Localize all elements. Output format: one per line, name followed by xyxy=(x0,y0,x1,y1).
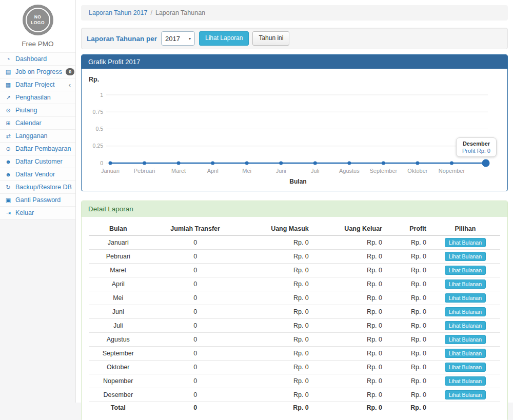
profit-chart-panel: Grafik Profit 2017 10.750.50.250Rp.Janua… xyxy=(81,54,508,191)
lihat-bulanan-button[interactable]: Lihat Bulanan xyxy=(445,307,486,316)
svg-text:Oktober: Oktober xyxy=(407,168,427,174)
cell-uang-keluar: Rp. 0 xyxy=(313,347,386,361)
sidebar-menu: ◔Dashboard▤Job on Progress0▦Daftar Proje… xyxy=(0,52,75,219)
sidebar-item-job-on-progress[interactable]: ▤Job on Progress0 xyxy=(0,65,75,78)
table-header-row: BulanJumlah TransferUang MasukUang Kelua… xyxy=(89,222,500,236)
cell-jumlah-transfer: 0 xyxy=(148,264,243,277)
column-header: Uang Keluar xyxy=(313,222,386,236)
svg-text:0.5: 0.5 xyxy=(95,126,103,132)
cell-uang-keluar: Rp. 0 xyxy=(313,277,386,291)
table-row: Oktober0Rp. 0Rp. 0Rp. 0Lihat Bulanan xyxy=(89,361,500,374)
sidebar-item-ganti-password[interactable]: ▣Ganti Password xyxy=(0,193,75,206)
cell-jumlah-transfer: 0 xyxy=(148,347,243,361)
sidebar-item-piutang[interactable]: ⊙Piutang xyxy=(0,104,75,116)
cell-profit: Rp. 0 xyxy=(386,319,430,333)
svg-text:Pebruari: Pebruari xyxy=(134,168,155,174)
count-badge: 0 xyxy=(66,68,74,75)
year-select[interactable]: 2017 ▾ xyxy=(161,31,195,46)
column-header: Jumlah Transfer xyxy=(148,222,243,236)
cell-uang-masuk: Rp. 0 xyxy=(243,264,313,277)
total-jumlah-transfer: 0 xyxy=(148,402,243,414)
cell-uang-masuk: Rp. 0 xyxy=(243,250,313,264)
sidebar-item-label: Calendar xyxy=(15,119,42,127)
sidebar-item-daftar-customer[interactable]: ☻Daftar Customer xyxy=(0,155,75,168)
lihat-bulanan-button[interactable]: Lihat Bulanan xyxy=(445,321,486,330)
table-row: Maret0Rp. 0Rp. 0Rp. 0Lihat Bulanan xyxy=(89,264,500,277)
table-row: Juni0Rp. 0Rp. 0Rp. 0Lihat Bulanan xyxy=(89,305,500,319)
svg-text:Bulan: Bulan xyxy=(289,178,306,185)
tooltip-month: Desember xyxy=(462,141,490,147)
lihat-bulanan-button[interactable]: Lihat Bulanan xyxy=(445,390,486,399)
sidebar-item-daftar-pembayaran[interactable]: ⊙Daftar Pembayaran xyxy=(0,142,75,155)
table-row: April0Rp. 0Rp. 0Rp. 0Lihat Bulanan xyxy=(89,277,500,291)
lihat-bulanan-button[interactable]: Lihat Bulanan xyxy=(445,238,486,247)
tahun-ini-button[interactable]: Tahun ini xyxy=(252,31,289,46)
sidebar-item-label: Langganan xyxy=(15,132,48,139)
breadcrumb-link-laporan-tahun[interactable]: Laporan Tahun 2017 xyxy=(89,9,147,16)
lihat-bulanan-button[interactable]: Lihat Bulanan xyxy=(445,293,486,303)
cell-jumlah-transfer: 0 xyxy=(148,277,243,291)
sidebar-item-label: Penghasilan xyxy=(15,94,51,101)
svg-text:0: 0 xyxy=(100,160,103,166)
detail-laporan-panel: Detail Laporan BulanJumlah TransferUang … xyxy=(81,201,508,420)
cell-bulan: Mei xyxy=(89,291,148,305)
lihat-bulanan-button[interactable]: Lihat Bulanan xyxy=(445,279,486,289)
cell-uang-masuk: Rp. 0 xyxy=(243,361,313,374)
cell-uang-keluar: Rp. 0 xyxy=(313,236,386,250)
sidebar-item-keluar[interactable]: ⇥Keluar xyxy=(0,206,75,219)
cell-profit: Rp. 0 xyxy=(386,264,430,277)
cell-bulan: Juni xyxy=(89,305,148,319)
cell-uang-keluar: Rp. 0 xyxy=(313,333,386,347)
svg-text:Mei: Mei xyxy=(242,168,251,174)
lihat-bulanan-button[interactable]: Lihat Bulanan xyxy=(445,363,486,372)
total-label: Total xyxy=(89,402,148,414)
lihat-bulanan-button[interactable]: Lihat Bulanan xyxy=(445,266,486,275)
table-icon: ▦ xyxy=(5,82,12,88)
cell-bulan: Desember xyxy=(89,388,148,402)
lihat-bulanan-button[interactable]: Lihat Bulanan xyxy=(445,376,486,386)
brand-name: Free PMO xyxy=(0,36,75,52)
refresh-icon: ↻ xyxy=(5,184,12,191)
svg-text:0.75: 0.75 xyxy=(93,109,104,115)
lihat-bulanan-button[interactable]: Lihat Bulanan xyxy=(445,335,486,344)
svg-text:Rp.: Rp. xyxy=(89,76,99,83)
svg-text:April: April xyxy=(207,168,219,174)
cell-uang-masuk: Rp. 0 xyxy=(243,333,313,347)
lihat-bulanan-button[interactable]: Lihat Bulanan xyxy=(445,349,486,358)
report-filter-bar: Laporan Tahunan per 2017 ▾ Lihat Laporan… xyxy=(81,28,508,49)
cell-profit: Rp. 0 xyxy=(386,388,430,402)
sidebar-item-langganan[interactable]: ⇄Langganan xyxy=(0,129,75,142)
money-icon: ⊙ xyxy=(5,146,12,152)
table-row: Agustus0Rp. 0Rp. 0Rp. 0Lihat Bulanan xyxy=(89,333,500,347)
tooltip-value: Profit Rp: 0 xyxy=(462,148,490,154)
cell-uang-keluar: Rp. 0 xyxy=(313,388,386,402)
breadcrumb: Laporan Tahun 2017/Laporan Tahunan xyxy=(81,5,508,21)
sidebar-item-label: Daftar Pembayaran xyxy=(15,145,71,152)
sidebar-item-label: Job on Progress xyxy=(15,68,62,75)
sidebar-item-label: Daftar Customer xyxy=(15,158,63,165)
sidebar-item-calendar[interactable]: ⊞Calendar xyxy=(0,116,75,129)
sign-out-icon: ⇥ xyxy=(5,210,12,216)
cell-profit: Rp. 0 xyxy=(386,305,430,319)
sidebar-item-daftar-vendor[interactable]: ☻Daftar Vendor xyxy=(0,168,75,181)
sidebar-item-penghasilan[interactable]: ↗Penghasilan xyxy=(0,91,75,104)
chevron-left-icon: ‹ xyxy=(69,82,71,88)
column-header: Uang Masuk xyxy=(243,222,313,236)
detail-laporan-table: BulanJumlah TransferUang MasukUang Kelua… xyxy=(89,222,500,413)
profit-line-chart: 10.750.50.250Rp.JanuariPebruariMaretApri… xyxy=(88,73,501,186)
sidebar-item-daftar-project[interactable]: ▦Daftar Project‹ xyxy=(0,78,75,91)
cell-jumlah-transfer: 0 xyxy=(148,319,243,333)
sidebar-item-dashboard[interactable]: ◔Dashboard xyxy=(0,52,75,65)
cell-uang-keluar: Rp. 0 xyxy=(313,374,386,388)
column-header: Bulan xyxy=(89,222,148,236)
sidebar-item-backup-restore-db[interactable]: ↻Backup/Restore DB xyxy=(0,181,75,193)
lihat-laporan-button[interactable]: Lihat Laporan xyxy=(199,31,249,46)
cell-profit: Rp. 0 xyxy=(386,374,430,388)
cell-profit: Rp. 0 xyxy=(386,333,430,347)
cell-uang-masuk: Rp. 0 xyxy=(243,305,313,319)
exchange-icon: ⇄ xyxy=(5,133,12,139)
lihat-bulanan-button[interactable]: Lihat Bulanan xyxy=(445,252,486,261)
cell-bulan: Januari xyxy=(89,236,148,250)
lock-icon: ▣ xyxy=(5,197,12,204)
table-row: Januari0Rp. 0Rp. 0Rp. 0Lihat Bulanan xyxy=(89,236,500,250)
